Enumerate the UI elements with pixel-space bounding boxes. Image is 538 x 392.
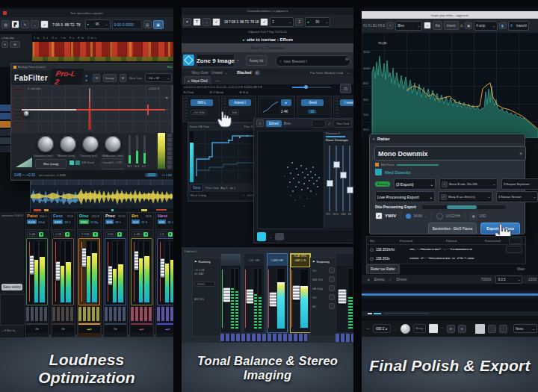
- slider-handle[interactable]: [333, 161, 340, 168]
- stop-button[interactable]: [429, 324, 438, 333]
- module-button[interactable]: ▸: [281, 99, 291, 106]
- checkbox-teal[interactable]: [375, 169, 382, 175]
- slider-handle[interactable]: [347, 187, 353, 193]
- check-icon[interactable]: ✓: [212, 18, 220, 26]
- expand-icon[interactable]: ⤢: [328, 122, 331, 125]
- pad-icon[interactable]: [488, 325, 496, 333]
- pad-icon[interactable]: [499, 325, 507, 333]
- menu-w[interactable]: W: [93, 74, 100, 82]
- iniesti-button[interactable]: Iniesti: [444, 21, 459, 30]
- headphone-icon[interactable]: ∩: [166, 108, 168, 111]
- module-button[interactable]: I vseeg: [340, 99, 353, 106]
- curve-footer3[interactable]: Arp 1: [220, 186, 228, 190]
- footer-pill[interactable]: ·0000: [145, 173, 158, 177]
- strip-pill[interactable]: E09: [132, 220, 140, 224]
- module-button[interactable]: -9eed: [301, 99, 324, 106]
- close-icon[interactable]: ×: [519, 151, 522, 156]
- lookahead-wedge[interactable]: [16, 158, 32, 167]
- browser-button[interactable]: Sass ssistry: [1, 284, 22, 290]
- paint-icon[interactable]: ◧: [499, 22, 507, 29]
- seq-icon[interactable]: [329, 276, 335, 282]
- search-input[interactable]: ⌕Ioec Beeoett I: [276, 55, 350, 66]
- gain-readout[interactable]: 0 0B: [53, 231, 64, 237]
- bitrate-combo[interactable]: ✓Mono B ride, 33s.280⌄: [439, 178, 498, 190]
- output-knob[interactable]: [60, 136, 76, 152]
- format-wav[interactable]: ✓YWIV: [375, 212, 396, 220]
- curve-footer2[interactable]: Prec Oed: [205, 186, 218, 190]
- sum-combo[interactable]: Σ⌄: [270, 17, 294, 27]
- table-row[interactable]: ⨀ 158.353s CIBIEI I»···«EECIIBICIIIDI CI…: [367, 254, 525, 263]
- tool-icon[interactable]: ▼: [183, 18, 191, 26]
- export-count-combo[interactable]: (3 Export)⌄: [394, 178, 436, 190]
- grid-icon[interactable]: ⊞: [10, 41, 20, 48]
- display-ball-handle[interactable]: [23, 111, 29, 116]
- chevron-down-icon[interactable]: ⌄: [31, 20, 39, 28]
- curve-graph[interactable]: [188, 130, 257, 184]
- mixer-strip[interactable]: Hest59 E8958·1 0 8▮ ▬▾: [155, 212, 173, 337]
- gain-readout[interactable]: 0 dB: [27, 231, 37, 237]
- mid-frees-row[interactable]: Mid Frees: [375, 163, 439, 167]
- slide-button[interactable]: Slee (soog): [35, 159, 67, 169]
- format-16d[interactable]: ▦16D: [470, 213, 486, 220]
- loop-icon[interactable]: B: [447, 325, 455, 333]
- mixer-strip[interactable]: I 0BV·HF: [267, 253, 288, 333]
- seq-icon[interactable]: [329, 294, 335, 300]
- seq-icon[interactable]: [329, 267, 335, 273]
- table-tool[interactable]: [509, 237, 522, 244]
- strip-buttons[interactable]: [157, 307, 173, 322]
- metronome-icon[interactable]: E: [458, 325, 466, 333]
- tool-icon[interactable]: ▤: [143, 20, 152, 28]
- live-processing-combo[interactable]: Live Processing Export⌄: [375, 191, 435, 202]
- link-toggle-b[interactable]: [75, 161, 80, 165]
- gain-readout[interactable]: 0 8: [158, 231, 167, 237]
- zoom-slider[interactable]: [292, 87, 331, 88]
- bypass-swatch[interactable]: [275, 233, 284, 240]
- plugin-titlebar[interactable]: Analog Time (Iczien) Eea: [11, 63, 173, 70]
- mono-downmix-row[interactable]: Med Downitx: [375, 169, 411, 175]
- tool-icon[interactable]: ▛: [11, 20, 19, 28]
- track-row[interactable]: [0, 121, 10, 128]
- rastenig-box[interactable]: 74001: [194, 281, 215, 287]
- track-row[interactable]: [0, 129, 10, 136]
- ala-button[interactable]: Ala: [433, 21, 442, 30]
- chevron-down-icon[interactable]: ⌄: [269, 234, 272, 239]
- mixer-strip[interactable]: Prec59 91 E9958·L 8 80▮ B▾: [103, 212, 128, 337]
- save-button[interactable]: Sava: [190, 184, 203, 192]
- mixer-strip[interactable]: Brt58 E E0959·6 0 dB▮ ▬▾: [129, 212, 154, 337]
- tool-icon[interactable]: Z: [295, 18, 303, 26]
- arrangement-clips[interactable]: [32, 42, 173, 61]
- assay-button[interactable]: Assay bd: [246, 55, 267, 66]
- width-swatch[interactable]: [257, 232, 266, 241]
- speaker-icon[interactable]: ◉: [166, 96, 169, 99]
- checkbox-orange[interactable]: [375, 163, 379, 167]
- strip-buttons[interactable]: [26, 307, 48, 322]
- chevron-up-icon[interactable]: ⌃: [441, 327, 444, 331]
- track-row[interactable]: [0, 137, 10, 144]
- strip-buttons[interactable]: [52, 307, 74, 322]
- menu-extra[interactable]: Eeer Iues: [129, 76, 142, 80]
- strip-led[interactable]: ▮: [168, 232, 173, 237]
- strip-pill[interactable]: E099: [27, 220, 37, 224]
- fader-handle[interactable]: [338, 289, 347, 304]
- module-selector[interactable]: Zone 9 Image: [197, 54, 235, 67]
- strip-pill[interactable]: E89: [158, 220, 166, 224]
- mixer-strip[interactable]: Disc231 E 898959 By 9 99B▮ ▬▾: [77, 212, 102, 337]
- mixer-strip[interactable]: I 00··HF: [244, 253, 265, 333]
- strip-pill[interactable]: E899: [53, 220, 63, 224]
- edved-pill[interactable]: Edved: [266, 120, 282, 127]
- pad-grid[interactable]: [220, 334, 307, 342]
- strip-led[interactable]: ▮: [93, 232, 97, 237]
- slider-track[interactable]: [329, 146, 330, 211]
- track-row[interactable]: [0, 105, 10, 111]
- strip-buttons[interactable]: [105, 307, 126, 322]
- link-toggle-a[interactable]: [69, 161, 74, 165]
- strip-led[interactable]: ▮: [65, 232, 69, 237]
- tab-right[interactable]: Pec Ueen (Maded) Credi: [310, 71, 343, 75]
- ness-combo[interactable]: Ness⌄: [513, 324, 537, 333]
- overview-strip[interactable]: [362, 311, 538, 316]
- version-combo[interactable]: 9.0.5⌄: [495, 276, 522, 284]
- chevron-down-icon[interactable]: ⌄: [346, 71, 349, 75]
- mixer-strip[interactable]: [220, 253, 241, 333]
- module-card[interactable]: IM9-L +9d /9dd: [182, 96, 220, 122]
- table-row[interactable]: ⨀ 158.353/kHz JHI—··—«HENVBCIJIBI»··—···…: [367, 245, 525, 254]
